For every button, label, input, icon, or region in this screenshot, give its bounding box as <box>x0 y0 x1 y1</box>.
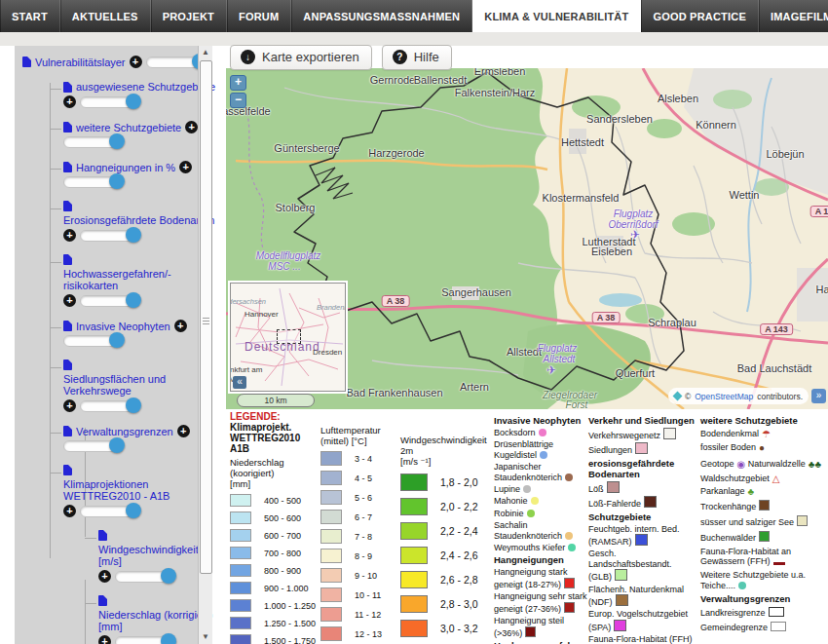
legend-item-label: Fauna-Flora-Habitat (FFH) <box>588 634 693 644</box>
layer-opacity-slider[interactable] <box>63 440 126 452</box>
layer-label[interactable]: Klimaprojektionen WETTREG2010 - A1B <box>63 478 219 502</box>
nav-tab[interactable]: START <box>0 0 60 32</box>
layer-label[interactable]: Siedlungsflächen und Verkehrswege <box>63 373 219 397</box>
layer-opacity-slider[interactable] <box>115 636 177 644</box>
layer-opacity-slider[interactable] <box>115 571 177 583</box>
layer-sidebar: Vulnerabilitätslayer ausgewiesene Schutz… <box>15 46 212 644</box>
overview-extent-box[interactable] <box>277 329 301 344</box>
scrollbar-thumb[interactable] <box>200 60 212 574</box>
layer-expand-plus-icon[interactable] <box>179 161 192 173</box>
zoom-out-button[interactable]: − <box>230 93 246 108</box>
overview-label: Dresden <box>313 348 342 357</box>
overview-collapse-button[interactable]: « <box>233 376 246 389</box>
layer-opacity-slider[interactable] <box>80 96 142 108</box>
legend-item: Verkehrswegenetz <box>588 428 697 440</box>
layer-opacity-slider-knob[interactable] <box>126 227 141 243</box>
legend-item-icon: ☂ <box>762 430 771 438</box>
hochwasser-header-1: Hochwassergefahren- <box>494 640 588 644</box>
layer-file-icon <box>63 426 72 436</box>
nav-tab[interactable]: ANPASSUNGSMASSNAHMEN <box>291 0 472 32</box>
layer-opacity-slider[interactable] <box>63 176 126 188</box>
layer-expand-plus-icon[interactable] <box>185 121 198 133</box>
map-label: Modellflugplatz <box>256 250 321 261</box>
map-label: ✈ <box>630 228 640 242</box>
scroll-down-arrow-icon[interactable]: ▼ <box>199 630 212 644</box>
map-label: MSC ... <box>268 261 300 272</box>
layer-opacity-slider[interactable] <box>80 506 142 517</box>
layer-expand-plus-icon[interactable] <box>63 294 76 307</box>
color-swatch <box>230 634 251 644</box>
legend-row: 1.500 - 1.750 <box>230 634 320 644</box>
nav-tab[interactable]: FORUM <box>227 0 291 32</box>
layer-opacity-slider-knob[interactable] <box>161 568 176 584</box>
layer-label[interactable]: Erosionsgefährdete Bodenarten <box>63 214 214 226</box>
nav-tab[interactable]: KLIMA & VULNERABILITÄT <box>472 0 641 32</box>
layer-expand-plus-icon[interactable] <box>63 399 76 412</box>
layer-opacity-slider-knob[interactable] <box>109 133 125 149</box>
scroll-up-arrow-icon[interactable]: ▲ <box>199 46 212 59</box>
layer-expand-plus-icon[interactable] <box>177 425 190 437</box>
layer-opacity-slider-knob[interactable] <box>109 173 125 189</box>
layer-node: Hochwassergefahren/-risikokarten <box>63 254 219 307</box>
layer-opacity-slider-knob[interactable] <box>126 398 141 413</box>
layer-opacity-slider[interactable] <box>80 400 142 412</box>
legend-col-weitere: weitere Schutzgebiete Bodendenkmal☂ foss… <box>700 415 825 632</box>
nav-tab[interactable]: PROJEKT <box>151 0 227 32</box>
layer-expand-plus-icon[interactable] <box>130 56 142 68</box>
legend-item: Weymouths Kiefer <box>494 543 588 552</box>
layer-label[interactable]: Vulnerabilitätslayer <box>35 57 126 68</box>
layer-expand-plus-icon[interactable] <box>174 320 187 332</box>
legend-subtitle-1: Klimaprojekt. <box>230 422 320 433</box>
color-swatch <box>565 532 573 540</box>
map-canvas[interactable]: Gernrode Ballenstedt Ermsleben Falkenste… <box>226 68 828 409</box>
layer-opacity-slider-knob[interactable] <box>126 94 141 109</box>
layer-expand-plus-icon[interactable] <box>63 95 76 108</box>
layer-opacity-slider[interactable] <box>63 335 126 347</box>
sidebar-scrollbar[interactable]: ▲ ▼ <box>198 46 212 644</box>
legend-item-label: Naturwaldzelle <box>748 459 806 469</box>
export-map-button[interactable]: ↓ Karte exportieren <box>230 45 372 70</box>
nav-tab[interactable]: IMAGEFILME <box>759 0 828 32</box>
legend-item: Bodendenkmal☂ <box>700 429 825 439</box>
layer-opacity-slider-knob[interactable] <box>109 437 125 453</box>
legend-item-label: Verkehrswegenetz <box>588 431 660 440</box>
color-swatch <box>564 578 575 588</box>
layer-opacity-slider-knob[interactable] <box>126 292 141 308</box>
color-swatch <box>400 522 428 540</box>
layer-opacity-slider[interactable] <box>80 230 142 242</box>
layer-expand-plus-icon[interactable] <box>98 570 111 583</box>
layer-opacity-slider[interactable] <box>80 295 142 307</box>
layer-label[interactable]: Invasive Neophyten <box>76 321 170 332</box>
map-label: Halle <box>815 284 828 295</box>
layer-label[interactable]: Hangneigungen in % <box>76 162 175 173</box>
legend-row-label: 9 - 10 <box>355 571 377 581</box>
legend-item: Hangneigung steil (>36%) <box>494 616 588 638</box>
legend-item-icon: ♣ <box>748 487 755 496</box>
nav-tab[interactable]: AKTUELLES <box>60 0 151 32</box>
color-swatch <box>320 549 342 563</box>
layer-expand-plus-icon[interactable] <box>98 635 111 644</box>
layer-opacity-slider-knob[interactable] <box>126 503 141 518</box>
layer-expand-plus-icon[interactable] <box>63 505 76 517</box>
legend-row-label: 11 - 12 <box>355 610 381 620</box>
precip-unit: [mm] <box>230 478 320 489</box>
help-button[interactable]: ? Hilfe <box>382 45 452 70</box>
layer-opacity-slider-knob[interactable] <box>109 332 125 348</box>
layer-label[interactable]: Verwaltungsgrenzen <box>76 426 173 437</box>
layer-label[interactable]: weitere Schutzgebiete <box>76 122 181 133</box>
osm-link[interactable]: OpenStreetMap <box>695 392 753 401</box>
layer-label[interactable]: ausgewiesene Schutzgebiete <box>76 81 215 93</box>
legend-title: LEGENDE: <box>230 411 320 422</box>
zoom-in-button[interactable]: + <box>230 75 246 91</box>
layer-node: Siedlungsflächen und Verkehrswege <box>63 360 219 412</box>
layer-opacity-slider-knob[interactable] <box>161 633 176 644</box>
legend-row-label: 8 - 9 <box>355 551 372 561</box>
layer-expand-plus-icon[interactable] <box>63 229 76 242</box>
boundary-swatch <box>771 622 786 631</box>
nav-tab[interactable]: GOOD PRACTICE <box>641 0 759 32</box>
layer-label[interactable]: Hochwassergefahren/-risikokarten <box>63 268 219 291</box>
color-swatch <box>230 599 251 612</box>
attribution-expand-button[interactable]: » <box>811 389 826 403</box>
overview-map[interactable]: Niedersachsen Brandenburg Hannover Deuts… <box>230 283 346 392</box>
layer-opacity-slider[interactable] <box>63 136 126 148</box>
